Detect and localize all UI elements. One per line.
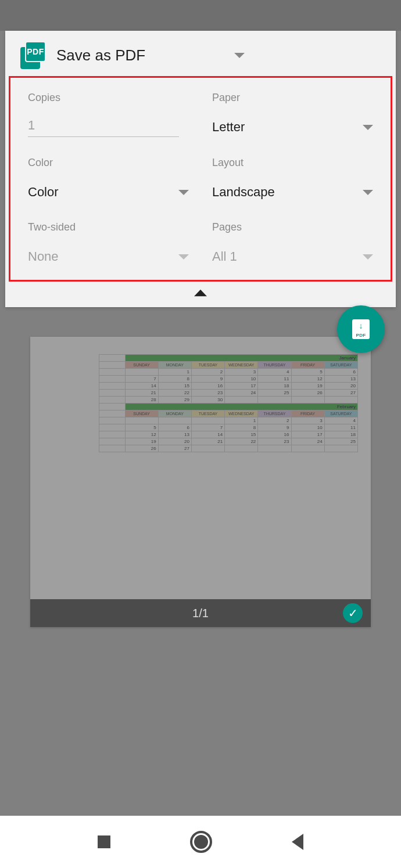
nav-back-button[interactable] [292, 834, 303, 850]
save-pdf-button[interactable]: ↓ PDF [337, 305, 385, 353]
two-sided-label: Two-sided [28, 221, 189, 233]
pages-select: All 1 [212, 247, 373, 266]
page-indicator-bar: 1/1 ✓ [30, 599, 371, 627]
color-field: Color Color [28, 157, 189, 201]
print-panel: PDF Save as PDF Copies 1 Paper Letter Co… [5, 31, 396, 307]
color-label: Color [28, 157, 189, 169]
paper-select[interactable]: Letter [212, 118, 373, 136]
paper-value: Letter [212, 120, 245, 135]
destination-selector[interactable]: PDF Save as PDF [5, 31, 396, 76]
options-grid: Copies 1 Paper Letter Color Color Layout [9, 76, 392, 282]
two-sided-field: Two-sided None [28, 221, 189, 266]
download-pdf-icon: ↓ PDF [352, 319, 370, 339]
status-bar [0, 0, 401, 31]
copies-field: Copies 1 [28, 92, 189, 137]
layout-label: Layout [212, 157, 373, 169]
layout-value: Landscape [212, 185, 275, 200]
pdf-icon: PDF [20, 41, 48, 69]
calendar-content: JanuarySUNDAYMONDAYTUESDAYWEDNESDAYTHURS… [99, 354, 358, 452]
layout-select[interactable]: Landscape [212, 183, 373, 201]
system-nav-bar [0, 816, 401, 868]
color-select[interactable]: Color [28, 183, 189, 201]
layout-field: Layout Landscape [212, 157, 373, 201]
nav-home-button[interactable] [190, 831, 212, 853]
nav-recent-button[interactable] [98, 835, 110, 848]
screen-background: PDF Save as PDF Copies 1 Paper Letter Co… [0, 0, 401, 868]
pages-field: Pages All 1 [212, 221, 373, 266]
page-preview[interactable]: JanuarySUNDAYMONDAYTUESDAYWEDNESDAYTHURS… [30, 337, 371, 627]
page-indicator-text: 1/1 [192, 607, 209, 620]
collapse-toggle[interactable] [5, 285, 396, 307]
chevron-down-icon [363, 125, 373, 130]
paper-field: Paper Letter [212, 92, 373, 137]
chevron-down-icon [363, 190, 373, 195]
paper-label: Paper [212, 92, 373, 104]
chevron-down-icon [234, 53, 245, 58]
page-selected-check-icon[interactable]: ✓ [343, 603, 363, 623]
color-value: Color [28, 185, 59, 200]
chevron-down-icon [178, 190, 189, 195]
pages-value: All 1 [212, 249, 237, 264]
chevron-up-icon [194, 290, 207, 297]
pages-label: Pages [212, 221, 373, 233]
copies-input[interactable]: 1 [28, 118, 179, 137]
chevron-down-icon [363, 254, 373, 260]
destination-title: Save as PDF [56, 46, 234, 64]
copies-label: Copies [28, 92, 189, 104]
chevron-down-icon [178, 254, 189, 260]
two-sided-select: None [28, 247, 189, 266]
two-sided-value: None [28, 249, 59, 264]
